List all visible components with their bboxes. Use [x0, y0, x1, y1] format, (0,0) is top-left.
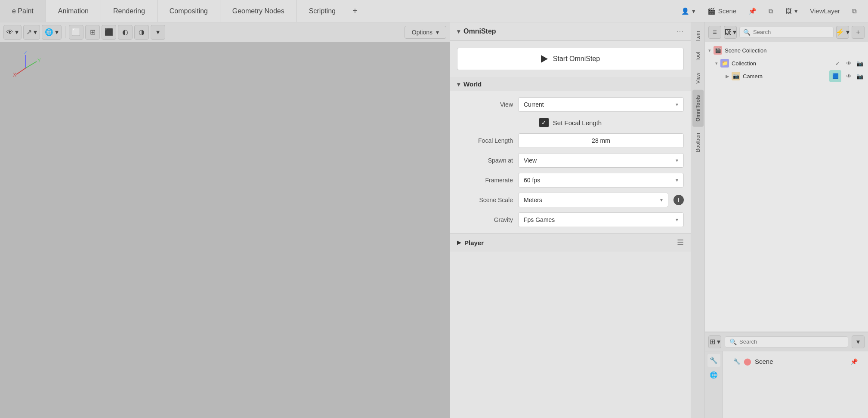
spawn-at-value: View [524, 157, 537, 164]
shading-extra-btn[interactable]: ▾ [151, 25, 165, 40]
start-btn-label: Start OmniStep [553, 55, 600, 63]
view-label: View [457, 101, 513, 108]
scene-dot-icon: ⬤ [744, 357, 751, 366]
framerate-label: Framerate [457, 177, 513, 184]
properties-search-input[interactable] [739, 338, 843, 345]
toolbar-sep1 [65, 26, 65, 38]
nav-tab-compositing[interactable]: Compositing [158, 0, 220, 22]
gravity-dropdown[interactable]: Fps Games ▾ [518, 212, 684, 227]
scene-scale-chevron-icon: ▾ [660, 197, 663, 203]
grid-icon: ⊞ [90, 28, 96, 36]
main-area: 👁 ▾ ↗ ▾ 🌐 ▾ ⬜ ⊞ ⬛ ◐ [0, 22, 868, 418]
framerate-row: Framerate 60 fps ▾ [450, 170, 691, 190]
panel-menu-btn[interactable]: ⋯ [676, 27, 684, 36]
shading-material-btn[interactable]: ◐ [118, 25, 133, 40]
toggle-icon: ⊞ [710, 338, 715, 346]
viewlayer-selector[interactable]: ViewLayer [806, 6, 844, 16]
copy-icon: ⧉ [769, 7, 773, 15]
options-button[interactable]: Options ▾ [405, 26, 446, 39]
outliner-filter-btn[interactable]: ≡ [708, 26, 721, 39]
nav-tab-rendering[interactable]: Rendering [101, 0, 158, 22]
magnet-icon: 🌐 [45, 28, 53, 36]
outliner-filter2-btn[interactable]: ⚡ ▾ [836, 26, 849, 39]
scene-scale-dropdown[interactable]: Meters ▾ [518, 193, 668, 207]
collection-checkbox-btn[interactable]: ✓ [833, 58, 842, 68]
sidebar-tab-omnitools[interactable]: OmniTools [692, 90, 704, 127]
render-icon-btn[interactable]: 🖼 ▾ [781, 6, 802, 17]
collapse-arrow-icon[interactable]: ▾ [457, 28, 460, 35]
camera-cam-btn[interactable]: 📷 [855, 71, 865, 81]
snap-btn[interactable]: 🌐 ▾ [42, 25, 62, 40]
properties-pin-icon[interactable]: 📌 [850, 358, 858, 365]
world-collapse-icon[interactable]: ▾ [457, 81, 460, 88]
set-focal-length-checkbox[interactable]: ✓ [539, 118, 549, 127]
scene-collection-icon: 🎬 [714, 46, 722, 55]
sidebar-tab-view[interactable]: View [692, 68, 704, 89]
properties-view-btn[interactable]: ▾ [852, 335, 865, 348]
outliner-display-btn[interactable]: 🖼 ▾ [724, 26, 737, 39]
transform-btn[interactable]: ↗ ▾ [23, 25, 40, 40]
properties-toggle-btn[interactable]: ⊞ ▾ [708, 335, 721, 348]
user-icon-area[interactable]: 👤 ▾ [677, 6, 700, 17]
player-expand-icon[interactable]: ▶ [457, 240, 461, 246]
copy2-icon-btn[interactable]: ⧉ [848, 6, 861, 17]
collection-label: Collection [732, 60, 830, 67]
render-viewport-btn[interactable]: ⬜ [69, 25, 83, 40]
prop-tab-scene-btn[interactable]: 🔧 [707, 354, 720, 367]
scene-collection-label: Scene Collection [725, 47, 865, 54]
add-workspace-button[interactable]: + [348, 4, 362, 18]
prop-tab-world-btn[interactable]: 🌐 [707, 369, 720, 381]
gravity-value: Fps Games [524, 216, 555, 223]
nav-right: 👤 ▾ 🎬 Scene 📌 ⧉ 🖼 ▾ ViewLayer ⧉ [677, 0, 868, 22]
scene-selector[interactable]: 🎬 Scene [703, 6, 741, 17]
nav-tab-animation[interactable]: Animation [46, 0, 101, 22]
outliner-header: ≡ 🖼 ▾ 🔍 ⚡ ▾ + [705, 22, 868, 42]
shading-solid-btn[interactable]: ⬛ [102, 25, 116, 40]
view-dropdown[interactable]: Current ▾ [518, 97, 684, 112]
nav-tab-scripting[interactable]: Scripting [297, 0, 348, 22]
collection-eye-btn[interactable]: 👁 [844, 58, 853, 68]
viewport-content[interactable]: Z Y X [0, 42, 450, 418]
properties-search-box: 🔍 [725, 336, 848, 347]
play-icon [541, 55, 548, 63]
nav-tab-texture-paint[interactable]: e Paint [0, 0, 46, 22]
prop-main: 🔧 ⬤ Scene 📌 [723, 351, 868, 418]
scene-scale-info-btn[interactable]: i [673, 195, 684, 205]
nav-tab-geometry-nodes[interactable]: Geometry Nodes [220, 0, 297, 22]
add-collection-btn[interactable]: + [852, 26, 865, 39]
camera-icon: 📷 [732, 72, 740, 80]
camera-item[interactable]: ▶ 📷 Camera 🟦 👁 📷 [705, 70, 868, 83]
sidebar-tab-item[interactable]: Item [692, 26, 704, 46]
panel-title: OmniStep [463, 28, 496, 35]
player-list-icon[interactable]: ☰ [677, 238, 684, 247]
framerate-dropdown[interactable]: 60 fps ▾ [518, 173, 684, 187]
viewport-mode-btn[interactable]: 👁 ▾ [3, 25, 22, 40]
outliner-search-box: 🔍 [739, 27, 834, 38]
start-omnistep-button[interactable]: Start OmniStep [457, 48, 684, 70]
svg-text:X: X [13, 72, 16, 78]
sidebar-tab-tool[interactable]: Tool [692, 47, 704, 67]
player-label: Player [464, 239, 484, 246]
gravity-row: Gravity Fps Games ▾ [450, 210, 691, 230]
add-icon: + [856, 28, 860, 36]
circle-half-icon: ◐ [122, 28, 128, 36]
camera-eye-btn[interactable]: 👁 [844, 71, 853, 81]
overlay-btn[interactable]: ⊞ [85, 25, 100, 40]
outliner-search-input[interactable] [753, 29, 830, 35]
collection-item[interactable]: ▾ 📁 Collection ✓ 👁 📷 [705, 57, 868, 70]
copy2-icon: ⧉ [852, 7, 857, 15]
copy-icon-btn[interactable]: ⧉ [764, 6, 778, 17]
focal-length-row: Focal Length 28 mm [450, 131, 691, 151]
focal-length-input[interactable]: 28 mm [518, 133, 684, 148]
shading-rendered-btn[interactable]: ◑ [134, 25, 149, 40]
chevron-down-icon7: ▾ [436, 29, 439, 36]
spawn-at-dropdown[interactable]: View ▾ [518, 153, 684, 168]
prop-tabs: 🔧 🌐 [705, 351, 723, 418]
sidebar-tab-booltron[interactable]: Booltron [692, 128, 704, 157]
pin-icon-btn[interactable]: 📌 [744, 6, 761, 17]
scene-collection-item[interactable]: ▾ 🎬 Scene Collection [705, 44, 868, 57]
collection-camera-btn[interactable]: 📷 [855, 58, 865, 68]
focal-length-label: Focal Length [457, 137, 513, 144]
world-section-label: World [463, 80, 482, 88]
user-avatar-icon: 👤 [681, 7, 689, 15]
